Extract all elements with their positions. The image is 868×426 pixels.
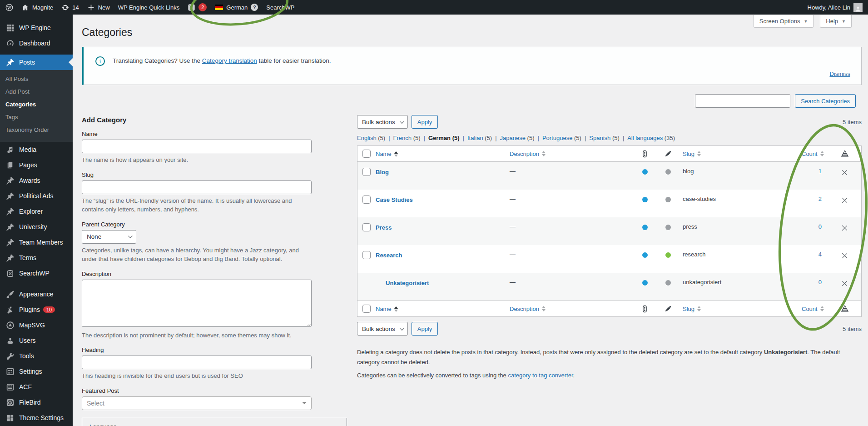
filter-italian[interactable]: Italian (5) — [467, 135, 492, 141]
category-translation-link[interactable]: Category translation — [202, 57, 257, 64]
sidebar-item-dashboard[interactable]: Dashboard — [0, 35, 73, 51]
submenu-item-tags[interactable]: Tags — [0, 111, 73, 124]
screen-options-button[interactable]: Screen Options ▼ — [754, 15, 814, 28]
pyramid-column-icon — [840, 149, 849, 158]
column-header-slug[interactable]: Slug — [683, 306, 701, 312]
filter-all-languages[interactable]: All languages (35) — [627, 135, 675, 141]
sidebar-item-wp-engine[interactable]: WP Engine — [0, 20, 73, 35]
delete-category-button[interactable] — [841, 169, 848, 178]
sidebar-item-mapsvg[interactable]: MapSVG — [0, 317, 73, 333]
category-count-link[interactable]: 1 — [818, 168, 822, 175]
filter-german[interactable]: German (5) — [428, 135, 460, 141]
sidebar-item-searchwp[interactable]: SearchWP — [0, 266, 73, 281]
filter-english[interactable]: English (5) — [357, 135, 385, 141]
dismiss-link[interactable]: Dismiss — [830, 70, 851, 77]
sidebar-item-filebird[interactable]: FileBird — [0, 395, 73, 410]
sidebar-item-theme-settings[interactable]: Theme Settings — [0, 410, 73, 426]
sidebar-item-awards[interactable]: Awards — [0, 173, 73, 188]
submenu-item-taxonomy-order[interactable]: Taxonomy Order — [0, 124, 73, 136]
site-name-menu[interactable]: Magnite — [21, 4, 53, 11]
sidebar-item-acf[interactable]: ACF — [0, 379, 73, 395]
sidebar-item-label: Plugins — [19, 306, 40, 313]
delete-category-button[interactable] — [841, 252, 848, 261]
category-name-input[interactable] — [82, 140, 312, 153]
column-header-name[interactable]: Name — [376, 306, 398, 312]
appearance-icon — [5, 290, 15, 299]
featured-post-select[interactable]: Select — [82, 396, 312, 410]
translation-notice: i Translating Categories? Use the Catego… — [82, 47, 862, 85]
column-header-slug[interactable]: Slug — [683, 150, 701, 157]
sidebar-item-political-ads[interactable]: Political Ads — [0, 188, 73, 204]
category-count-link[interactable]: 0 — [818, 279, 822, 286]
sidebar-item-explorer[interactable]: Explorer — [0, 204, 73, 219]
table-row: Unkategorisiert—unkategorisiert0 — [357, 273, 861, 301]
apply-button[interactable]: Apply — [412, 115, 438, 129]
sort-arrows-icon — [542, 306, 546, 311]
submenu-item-categories[interactable]: Categories — [0, 98, 73, 111]
sidebar-item-label: Media — [19, 146, 36, 153]
delete-category-button[interactable] — [841, 224, 848, 234]
sidebar-item-team-members[interactable]: Team Members — [0, 235, 73, 250]
sidebar-item-tools[interactable]: Tools — [0, 348, 73, 364]
delete-category-button[interactable] — [841, 196, 848, 206]
category-name-link[interactable]: Research — [376, 252, 402, 259]
searchwp-menu[interactable]: SearchWP — [266, 4, 294, 11]
sidebar-item-settings[interactable]: Settings — [0, 364, 73, 379]
my-account-menu[interactable]: Howdy, Alice Lin — [808, 3, 863, 12]
avatar — [853, 3, 863, 12]
category-count-link[interactable]: 4 — [818, 251, 822, 258]
sidebar-item-plugins[interactable]: Plugins10 — [0, 302, 73, 317]
updates-menu[interactable]: 14 — [61, 4, 79, 11]
column-header-description[interactable]: Description — [510, 150, 546, 157]
column-header-description[interactable]: Description — [510, 306, 546, 312]
sidebar-item-media[interactable]: Media — [0, 142, 73, 157]
apply-button-bottom[interactable]: Apply — [412, 322, 438, 336]
select-all-checkbox[interactable] — [362, 150, 371, 158]
row-checkbox[interactable] — [362, 195, 371, 204]
category-count-link[interactable]: 2 — [818, 195, 822, 202]
submenu-item-all-posts[interactable]: All Posts — [0, 73, 73, 85]
sidebar-item-university[interactable]: University — [0, 219, 73, 235]
category-heading-input[interactable] — [82, 356, 312, 369]
column-header-name[interactable]: Name — [376, 150, 398, 157]
row-checkbox[interactable] — [362, 251, 371, 259]
category-description-textarea[interactable] — [82, 280, 312, 327]
category-name-link[interactable]: Unkategorisiert — [376, 280, 429, 286]
search-categories-input[interactable] — [695, 94, 790, 108]
sidebar-item-posts[interactable]: Posts — [0, 55, 73, 70]
plugins-icon — [5, 305, 15, 314]
filter-portuguese[interactable]: Portuguese (5) — [542, 135, 581, 141]
table-row: Press—press0 — [357, 217, 861, 245]
column-header-count[interactable]: Count — [802, 150, 824, 157]
sidebar-item-users[interactable]: Users — [0, 333, 73, 348]
sidebar-item-appearance[interactable]: Appearance — [0, 286, 73, 302]
delete-category-button[interactable] — [841, 280, 848, 289]
column-header-count[interactable]: Count — [802, 306, 824, 312]
new-content-menu[interactable]: New — [87, 4, 110, 11]
row-checkbox[interactable] — [362, 168, 371, 176]
parent-category-select[interactable]: None — [82, 230, 136, 244]
category-slug-input[interactable] — [82, 180, 312, 194]
bulk-actions-select[interactable]: Bulk actions — [357, 115, 408, 129]
bulk-actions-select-bottom[interactable]: Bulk actions — [357, 322, 408, 336]
submenu-item-add-post[interactable]: Add Post — [0, 85, 73, 98]
language-switcher-menu[interactable]: German ? — [215, 4, 258, 11]
sidebar-item-terms[interactable]: Terms — [0, 250, 73, 266]
layout-icon — [5, 413, 15, 422]
row-checkbox[interactable] — [362, 223, 371, 231]
filter-french[interactable]: French (5) — [393, 135, 421, 141]
filter-spanish[interactable]: Spanish (5) — [589, 135, 620, 141]
yoast-seo-menu[interactable]: 2 — [188, 3, 207, 11]
category-name-link[interactable]: Press — [376, 224, 392, 231]
category-to-tag-converter-link[interactable]: category to tag converter — [508, 372, 573, 379]
search-categories-button[interactable]: Search Categories — [795, 94, 856, 108]
wpe-quick-links-menu[interactable]: WP Engine Quick Links — [118, 4, 180, 11]
select-all-checkbox[interactable] — [362, 305, 371, 313]
category-count-link[interactable]: 0 — [818, 223, 822, 230]
filter-japanese[interactable]: Japanese (5) — [500, 135, 535, 141]
wordpress-logo-menu[interactable] — [5, 4, 13, 11]
sidebar-item-pages[interactable]: Pages — [0, 157, 73, 173]
category-name-link[interactable]: Case Studies — [376, 196, 413, 203]
help-button[interactable]: Help ▼ — [820, 15, 852, 28]
category-name-link[interactable]: Blog — [376, 169, 389, 175]
